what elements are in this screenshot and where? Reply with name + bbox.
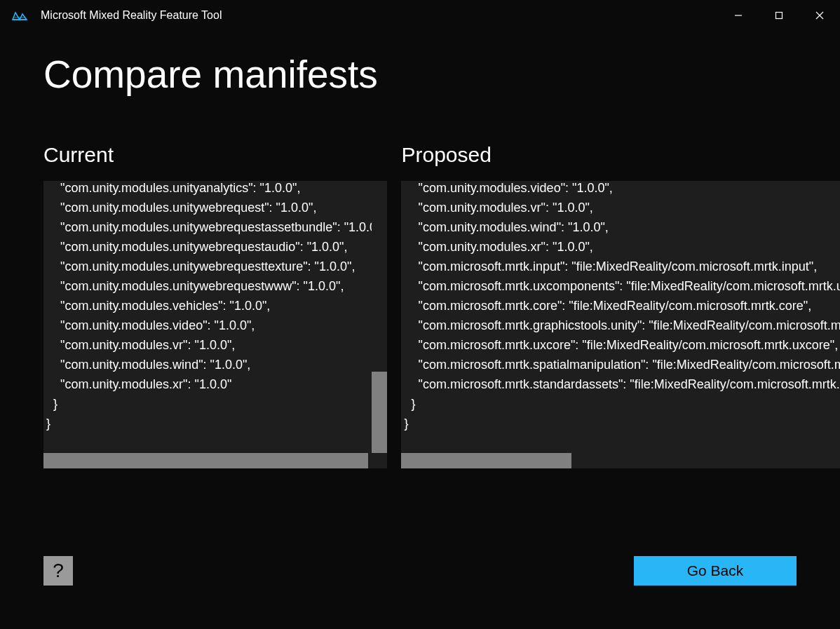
proposed-pane: Proposed "com.unity.modules.video": "1.0… <box>401 143 840 468</box>
current-vertical-scrollbar[interactable] <box>372 181 387 453</box>
current-pane: Current "com.unity.modules.unityanalytic… <box>43 143 387 468</box>
window-title: Microsoft Mixed Reality Feature Tool <box>41 9 718 22</box>
current-horizontal-scrollbar[interactable] <box>43 453 387 468</box>
title-bar: Microsoft Mixed Reality Feature Tool <box>0 0 840 31</box>
current-horizontal-scroll-thumb[interactable] <box>43 453 368 468</box>
svg-rect-1 <box>776 13 783 19</box>
proposed-pane-title: Proposed <box>401 143 840 167</box>
window-controls <box>718 0 840 31</box>
minimize-button[interactable] <box>718 0 759 31</box>
proposed-horizontal-scroll-thumb[interactable] <box>401 453 571 468</box>
page-title: Compare manifests <box>43 52 797 97</box>
current-textbox[interactable]: "com.unity.modules.unityanalytics": "1.0… <box>43 181 387 468</box>
current-manifest-text: "com.unity.modules.unityanalytics": "1.0… <box>43 181 387 433</box>
content-area: Compare manifests Current "com.unity.mod… <box>0 31 840 468</box>
app-icon <box>11 10 28 21</box>
comparison-panes: Current "com.unity.modules.unityanalytic… <box>43 143 797 468</box>
current-pane-title: Current <box>43 143 387 167</box>
proposed-textbox[interactable]: "com.unity.modules.video": "1.0.0", "com… <box>401 181 840 468</box>
proposed-horizontal-scrollbar[interactable] <box>401 453 840 468</box>
close-button[interactable] <box>799 0 840 31</box>
footer: ? Go Back <box>43 556 797 586</box>
proposed-manifest-text: "com.unity.modules.video": "1.0.0", "com… <box>401 181 840 433</box>
help-button[interactable]: ? <box>43 556 73 586</box>
current-vertical-scroll-thumb[interactable] <box>372 372 387 453</box>
maximize-button[interactable] <box>759 0 799 31</box>
go-back-button[interactable]: Go Back <box>634 556 797 586</box>
